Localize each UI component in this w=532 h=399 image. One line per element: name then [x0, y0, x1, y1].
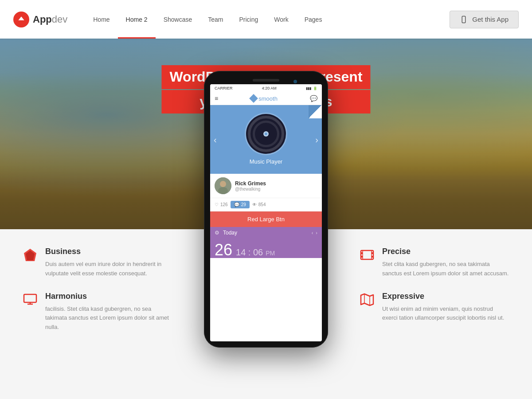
- monitor-icon: [22, 292, 38, 308]
- paper-fold: [309, 105, 322, 118]
- nav-pricing[interactable]: Pricing: [231, 0, 266, 39]
- next-icon[interactable]: ›: [316, 230, 317, 235]
- map-icon: [359, 292, 375, 308]
- heart-icon: ♡: [215, 202, 219, 207]
- music-next-button[interactable]: ›: [315, 134, 318, 145]
- music-disc: [246, 114, 286, 154]
- svg-rect-8: [24, 294, 36, 302]
- diamond-icon: [249, 94, 258, 103]
- today-nav: ‹ ›: [312, 230, 317, 235]
- nav-work[interactable]: Work: [266, 0, 296, 39]
- status-bar: CARRIER 4:20 AM ▮▮▮ 🔋: [210, 84, 322, 92]
- hamburger-icon[interactable]: ≡: [215, 95, 218, 102]
- phone-camera: [293, 80, 297, 83]
- chat-icon[interactable]: 💬: [310, 95, 317, 102]
- phone-icon: [460, 16, 468, 23]
- get-app-button[interactable]: Get this App: [450, 11, 519, 28]
- header: Appdev Home Home 2 Showcase Team Pricing…: [0, 0, 532, 39]
- main-nav: Home Home 2 Showcase Team Pricing Work P…: [85, 0, 450, 39]
- feature-harmonius: Harmonius facilisis. Stet clita kasd gub…: [22, 292, 173, 332]
- avatar: [215, 177, 231, 194]
- features-right: Precise Stet clita kasd gubergren, no se…: [337, 229, 532, 399]
- music-section: ‹ Music Player ›: [210, 105, 322, 174]
- feature-expressive: Expressive Ut wisi enim ad minim veniam,…: [359, 292, 510, 323]
- svg-rect-1: [462, 16, 466, 23]
- phone-frame: CARRIER 4:20 AM ▮▮▮ 🔋 ≡ smooth 💬 ‹: [204, 71, 328, 348]
- stats-row: ♡ 126 💬 29 👁 854: [210, 198, 322, 211]
- feature-business: Business Duis autem vel eum iriure dolor…: [22, 247, 173, 278]
- music-prev-button[interactable]: ‹: [214, 134, 217, 145]
- nav-pages[interactable]: Pages: [297, 0, 330, 39]
- disc-center: [263, 131, 269, 137]
- nav-team[interactable]: Team: [200, 0, 231, 39]
- music-label: Music Player: [250, 158, 282, 165]
- svg-point-4: [220, 181, 226, 187]
- profile-section: Rick Grimes @thewalking: [210, 174, 322, 198]
- settings-icon: ⚙: [215, 230, 219, 236]
- features-left: Business Duis autem vel eum iriure dolor…: [0, 229, 195, 399]
- svg-point-5: [218, 187, 228, 194]
- nav-showcase[interactable]: Showcase: [156, 0, 200, 39]
- feature-precise: Precise Stet clita kasd gubergren, no se…: [359, 247, 510, 278]
- nav-home[interactable]: Home: [85, 0, 117, 39]
- phone-screen: CARRIER 4:20 AM ▮▮▮ 🔋 ≡ smooth 💬 ‹: [210, 84, 322, 341]
- eye-icon: 👁: [252, 202, 257, 207]
- red-large-button[interactable]: Red Large Btn: [210, 211, 322, 227]
- svg-marker-18: [361, 294, 373, 305]
- comment-icon: 💬: [234, 202, 239, 207]
- today-section: ⚙ Today ‹ ›: [210, 227, 322, 239]
- logo[interactable]: Appdev: [13, 12, 67, 27]
- logo-text: Appdev: [33, 14, 67, 25]
- likes-stat: ♡ 126: [215, 202, 228, 207]
- film-icon: [359, 247, 375, 263]
- phone-mockup: CARRIER 4:20 AM ▮▮▮ 🔋 ≡ smooth 💬 ‹: [204, 71, 328, 348]
- nav-home2[interactable]: Home 2: [118, 0, 156, 39]
- business-icon: [22, 247, 38, 263]
- phone-speaker: [253, 79, 279, 82]
- logo-icon: [13, 12, 29, 27]
- app-topbar: ≡ smooth 💬: [210, 92, 322, 105]
- app-logo: smooth: [250, 95, 278, 102]
- time-section: 26 14 : 06 PM: [210, 239, 322, 258]
- views-stat: 👁 854: [252, 202, 266, 207]
- prev-icon[interactable]: ‹: [312, 230, 313, 235]
- svg-marker-0: [18, 16, 24, 20]
- comments-stat: 💬 29: [231, 201, 250, 208]
